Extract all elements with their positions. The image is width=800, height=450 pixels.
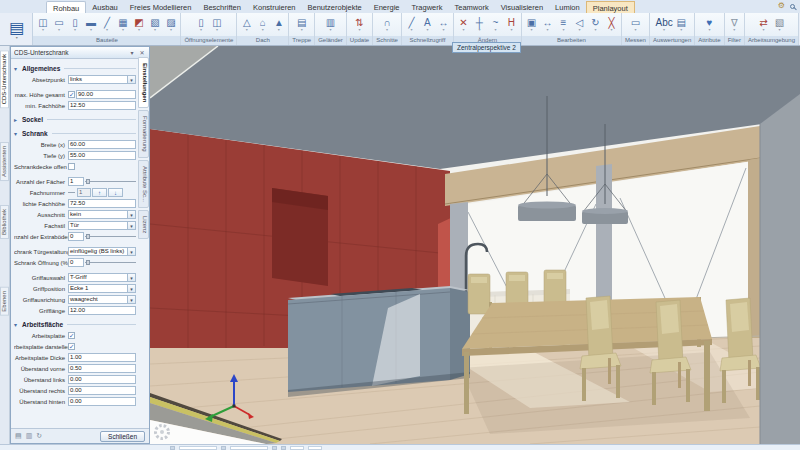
ribbon-tab-rohbau[interactable]: Rohbau — [46, 1, 86, 13]
side-tab-formatierung[interactable]: Formatierung — [138, 110, 149, 158]
divide-icon[interactable]: ┼▾ — [472, 17, 487, 32]
stretch-icon[interactable]: ╳▾ — [604, 17, 619, 32]
attributes-icon[interactable]: ♥▾ — [702, 17, 717, 32]
ribbon-tab-planlayout[interactable]: Planlayout — [586, 1, 635, 13]
roof-icon[interactable]: △▾ — [239, 17, 254, 32]
section-allgemeines[interactable]: ▾Allgemeines — [14, 63, 136, 74]
input-min-fachhöhe[interactable]: 12.50 — [68, 101, 136, 110]
stair-icon[interactable]: ▤▾ — [294, 17, 309, 32]
section-schrank[interactable]: ▾Schrank — [14, 128, 136, 139]
chevron-down-icon[interactable]: ▾ — [128, 210, 136, 219]
input-anzahl-der-fächer[interactable]: 1 — [68, 177, 84, 186]
status-icon[interactable] — [170, 446, 175, 450]
input-grifflänge[interactable]: 12.00 — [68, 306, 136, 315]
chevron-down-icon[interactable]: ▾ — [128, 221, 136, 230]
side-tab-attribute-sc[interactable]: Attribute Sc... — [138, 160, 149, 208]
input-schrank-öffnung[interactable]: 0 — [68, 258, 84, 267]
close-button[interactable]: Schließen — [100, 431, 145, 442]
dormer-icon[interactable]: ⌂▾ — [255, 17, 270, 32]
wall-icon[interactable]: ◫▾ — [35, 17, 50, 32]
save-favorite-icon[interactable]: ▤ — [15, 432, 22, 440]
slider-anzahl-der-fächer[interactable] — [85, 177, 136, 186]
section-arbeitsfläche[interactable]: ▾Arbeitsfläche — [14, 319, 136, 330]
chevron-down-icon[interactable]: ▾ — [128, 295, 136, 304]
chevron-down-icon[interactable]: ▾ — [128, 273, 136, 282]
update-icon[interactable]: ⇅▾ — [352, 17, 367, 32]
move-icon[interactable]: ↔▾ — [540, 17, 555, 32]
dropdown-griffposition[interactable]: Ecke 1 — [68, 284, 128, 293]
import-icon[interactable]: ◩▾ — [131, 17, 146, 32]
report-icon[interactable]: Abc▾ — [655, 17, 672, 32]
measure-icon[interactable]: ▭▾ — [628, 17, 643, 32]
copy-icon[interactable]: ▣▾ — [524, 17, 539, 32]
status-field[interactable] — [308, 446, 322, 450]
search-icon[interactable] — [790, 4, 795, 9]
chevron-down-icon[interactable]: ▾ — [128, 284, 136, 293]
profile-icon[interactable]: ╱▾ — [99, 17, 114, 32]
input-lichte-fachhöhe[interactable]: 72.50 — [68, 199, 136, 208]
viewport-3d[interactable] — [150, 46, 800, 444]
dropdown-ausschnitt[interactable]: kein — [68, 210, 128, 219]
door-icon[interactable]: ▯▾ — [193, 17, 208, 32]
skylight-icon[interactable]: ▲▾ — [271, 17, 286, 32]
dimension-icon[interactable]: ↔▾ — [436, 17, 451, 32]
dropdown-chrank-türgestaltung[interactable]: einflügelig (BS links) — [68, 247, 128, 256]
chevron-down-icon[interactable]: ▾ — [128, 247, 136, 256]
input-überstand-vorne[interactable]: 0.50 — [68, 364, 136, 373]
layout-icon[interactable]: ▧▾ — [772, 17, 787, 32]
ribbon-tab-beschriften[interactable]: Beschriften — [197, 1, 247, 13]
load-favorite-icon[interactable]: ▥ — [26, 432, 33, 440]
section-icon[interactable]: ∩▾ — [380, 17, 395, 32]
filter-icon[interactable]: ∇▾ — [727, 17, 742, 32]
status-icon[interactable] — [272, 446, 277, 450]
pin-icon[interactable]: ▾ — [128, 49, 136, 57]
chevron-down-icon[interactable]: ▾ — [128, 75, 136, 84]
ribbon-tab-konstruieren[interactable]: Konstruieren — [247, 1, 302, 13]
workspace-icon[interactable]: ⇄▾ — [756, 17, 771, 32]
dropdown-absetzpunkt[interactable]: links — [68, 75, 128, 84]
polyline-icon[interactable]: ~▾ — [488, 17, 503, 32]
dropdown-griffausrichtung[interactable]: waagrecht — [68, 295, 128, 304]
input-breite-x[interactable]: 60.00 — [68, 140, 136, 149]
status-field[interactable] — [179, 446, 217, 450]
rotate-icon[interactable]: ↻▾ — [588, 17, 603, 32]
join-icon[interactable]: H▾ — [504, 17, 519, 32]
snap-icon[interactable]: ▧▾ — [147, 17, 162, 32]
close-icon[interactable]: ✕ — [138, 49, 146, 57]
align-icon[interactable]: ≡▾ — [556, 17, 571, 32]
input-überstand-rechts[interactable]: 0.00 — [68, 386, 136, 395]
reset-icon[interactable]: ↻ — [36, 432, 42, 440]
status-icon[interactable] — [221, 446, 226, 450]
ribbon-tab-teamwork[interactable]: Teamwork — [449, 1, 495, 13]
spinner-up-button[interactable]: ↑ — [92, 188, 107, 197]
input-max-höhe-gesamt[interactable]: 90.00 — [76, 90, 136, 99]
list-icon[interactable]: ▤▾ — [674, 17, 689, 32]
gear-icon[interactable]: ⚙ — [778, 2, 785, 10]
left-tab-ebenen[interactable]: Ebenen — [0, 287, 9, 316]
ribbon-tab-energie[interactable]: Energie — [368, 1, 406, 13]
viewport-tab[interactable]: Zentralperspektive 2 — [452, 42, 521, 53]
input-überstand-hinten[interactable]: 0.00 — [68, 397, 136, 406]
left-tab-assistenten[interactable]: Assistenten — [0, 142, 9, 181]
beam-icon[interactable]: ▬▾ — [83, 17, 98, 32]
mesh-icon[interactable]: ▦▾ — [115, 17, 130, 32]
column-icon[interactable]: ▯▾ — [67, 17, 82, 32]
line-icon[interactable]: ╱▾ — [404, 17, 419, 32]
checkbox-max-höhe-gesamt[interactable]: ✓ — [68, 91, 75, 98]
mirror-icon[interactable]: ◁▾ — [572, 17, 587, 32]
input-nzahl-der-extraböden[interactable]: 0 — [68, 232, 84, 241]
side-tab-einstellungen[interactable]: Einstellungen — [138, 57, 149, 108]
slider-nzahl-der-extraböden[interactable] — [85, 232, 136, 241]
input-tiefe-y[interactable]: 55.00 — [68, 151, 136, 160]
ribbon-tab-benutzerobjekte[interactable]: Benutzerobjekte — [301, 1, 367, 13]
railing-icon[interactable]: ▥▾ — [323, 17, 338, 32]
status-field[interactable] — [290, 446, 304, 450]
checkbox-rbeitsplatte-darstellen[interactable]: ✓ — [68, 343, 75, 350]
tools-icon[interactable]: ▨▾ — [163, 17, 178, 32]
ribbon-tab-lumion[interactable]: Lumion — [549, 1, 586, 13]
ribbon-tab-visualisieren[interactable]: Visualisieren — [495, 1, 549, 13]
status-field[interactable] — [230, 446, 268, 450]
input-arbeitsplatte-dicke[interactable]: 1.00 — [68, 353, 136, 362]
ribbon-tab-freies-modellieren[interactable]: Freies Modellieren — [124, 1, 198, 13]
left-tab-cds-unterschrank[interactable]: CDS-Unterschrank — [0, 50, 9, 108]
